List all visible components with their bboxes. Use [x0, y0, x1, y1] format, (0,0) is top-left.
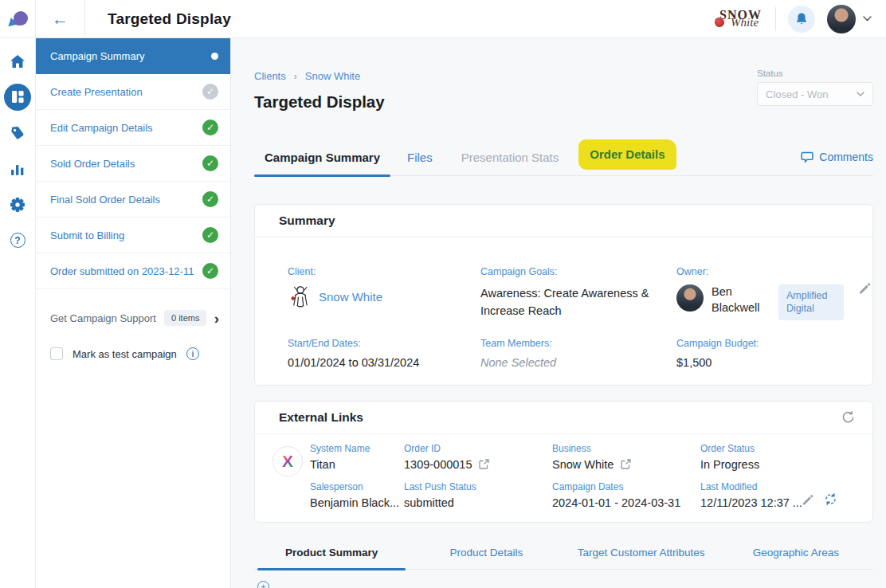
top-bar: ← Targeted Display SNOW White [0, 0, 886, 38]
done-check-icon: ✓ [202, 263, 218, 279]
owner-field: Owner: Ben Blackwell Amplified Digital [676, 266, 871, 320]
notifications-button[interactable] [788, 6, 815, 33]
team-members-field: Team Members: None Selected [480, 338, 676, 369]
nav-home[interactable] [0, 43, 35, 79]
dates-field: Start/End Dates: 01/01/2024 to 03/31/202… [288, 338, 480, 369]
nav-tags[interactable] [0, 115, 35, 151]
campaign-dates-value: 2024-01-01 - 2024-03-31 [552, 496, 700, 509]
dates-value: 01/01/2024 to 03/31/2024 [288, 356, 480, 369]
dashboard-icon [4, 84, 31, 111]
nav-reports[interactable] [0, 151, 35, 186]
tag-icon [10, 125, 25, 141]
tab-presentation-stats[interactable]: Presentation Stats [451, 151, 570, 175]
tab-product-details[interactable]: Product Details [409, 547, 563, 569]
external-system-logo: X [272, 446, 303, 476]
business-external-link[interactable] [621, 459, 631, 469]
breadcrumb-client-name[interactable]: Snow White [305, 70, 360, 82]
budget-value: $1,500 [676, 356, 871, 369]
active-step-dot-icon [211, 53, 218, 60]
status-label: Status [757, 69, 873, 78]
breadcrumb-clients[interactable]: Clients [254, 70, 286, 82]
done-check-icon: ✓ [202, 155, 218, 171]
external-links-row: X System Name Titan Order ID 1309-000015 [255, 434, 872, 522]
team-members-label: Team Members: [480, 338, 676, 349]
wizard-panel: Campaign Summary Create Presentation ✓ E… [36, 38, 231, 588]
external-links-header: External Links [255, 402, 872, 434]
tab-campaign-summary[interactable]: Campaign Summary [254, 151, 390, 175]
breadcrumb-separator-icon: › [294, 71, 297, 82]
summary-title: Summary [279, 214, 335, 228]
app-logo[interactable] [0, 0, 36, 38]
info-icon[interactable]: i [186, 347, 199, 360]
tab-geographic-areas[interactable]: Geographic Areas [719, 547, 873, 569]
test-campaign-checkbox[interactable] [50, 347, 63, 360]
plus-icon: + [261, 582, 266, 588]
step-sold-order-details[interactable]: Sold Order Details ✓ [36, 146, 230, 182]
chevron-down-icon [863, 16, 872, 22]
order-id-external-link[interactable] [479, 459, 489, 469]
get-campaign-support[interactable]: Get Campaign Support 0 items › [36, 310, 230, 326]
sync-icon [824, 492, 837, 506]
step-final-sold-order-details[interactable]: Final Sold Order Details ✓ [36, 182, 230, 218]
tab-order-details[interactable]: Order Details [578, 138, 676, 175]
divider [775, 7, 776, 31]
step-create-presentation[interactable]: Create Presentation ✓ [36, 74, 230, 110]
done-check-icon: ✓ [202, 227, 218, 243]
last-push-status-field: Last Push Status submitted [404, 481, 552, 509]
order-status-value: In Progress [700, 458, 828, 471]
back-button[interactable]: ← [36, 0, 85, 38]
main-content: Clients › Snow White Targeted Display St… [231, 38, 886, 588]
support-label: Get Campaign Support [50, 312, 156, 324]
sync-button[interactable] [824, 492, 837, 506]
topbar-actions: SNOW White [713, 5, 886, 33]
nav-help[interactable]: ? [0, 222, 35, 258]
tab-product-summary[interactable]: Product Summary [254, 547, 409, 569]
product-tabs: Product Summary Product Details Target C… [254, 547, 873, 570]
apple-icon [715, 18, 724, 27]
step-campaign-summary[interactable]: Campaign Summary [36, 38, 230, 74]
edit-owner-button[interactable] [858, 281, 871, 294]
owner-name: Ben Blackwell [712, 284, 770, 316]
pending-check-icon: ✓ [202, 84, 218, 100]
x-logo-icon: X [282, 453, 293, 469]
step-submit-to-billing[interactable]: Submit to Billing ✓ [36, 218, 230, 253]
client-brand-logo: SNOW White [713, 8, 762, 29]
step-order-submitted[interactable]: Order submitted on 2023-12-11 ✓ [36, 253, 230, 289]
tab-target-customer-attributes[interactable]: Target Customer Attributes [564, 547, 719, 569]
client-link[interactable]: Snow White [319, 290, 382, 304]
avatar-menu-chevron[interactable] [863, 16, 872, 22]
budget-label: Campaign Budget: [676, 338, 871, 349]
refresh-button[interactable] [841, 410, 855, 424]
salesperson-value: Benjamin Black... [310, 496, 404, 509]
external-link-icon [621, 459, 631, 469]
owner-org-badge: Amplified Digital [778, 284, 844, 320]
comment-bubble-icon [801, 151, 813, 163]
summary-card-header: Summary [255, 205, 872, 237]
status-dropdown[interactable]: Closed - Won [757, 82, 873, 106]
client-label: Client: [288, 266, 480, 277]
edit-external-link-button[interactable] [802, 493, 813, 505]
window-title: Targeted Display [108, 10, 231, 28]
bell-icon [795, 12, 808, 25]
external-links-title: External Links [279, 410, 363, 425]
done-check-icon: ✓ [202, 120, 218, 135]
add-product-button[interactable]: + [257, 581, 269, 588]
order-status-field: Order Status In Progress [700, 443, 828, 471]
tab-files[interactable]: Files [397, 151, 443, 175]
status-field: Status Closed - Won [757, 69, 873, 106]
pencil-icon [858, 281, 871, 294]
user-avatar[interactable] [827, 5, 856, 33]
test-campaign-label: Mark as test campaign [73, 348, 177, 360]
status-value: Closed - Won [766, 88, 829, 100]
order-id-value: 1309-000015 [404, 458, 472, 471]
nav-settings[interactable] [0, 186, 35, 222]
owner-label: Owner: [676, 266, 871, 277]
app-logo-icon [7, 11, 28, 27]
support-items-badge: 0 items [164, 310, 206, 326]
campaign-goals-label: Campaign Goals: [480, 266, 676, 277]
client-field: Client: Snow White [288, 266, 480, 320]
campaign-goals-field: Campaign Goals: Awareness: Create Awaren… [480, 266, 676, 320]
nav-dashboard-active[interactable] [0, 79, 35, 115]
step-edit-campaign-details[interactable]: Edit Campaign Details ✓ [36, 110, 230, 146]
comments-button[interactable]: Comments [801, 151, 873, 175]
